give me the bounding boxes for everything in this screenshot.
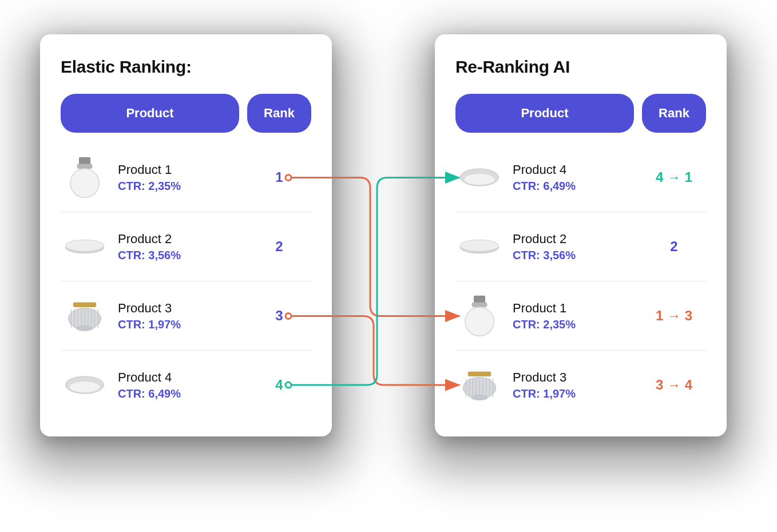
- product-name: Product 1: [118, 162, 247, 177]
- rows-left: Product 1CTR: 2,35%1Product 2CTR: 3,56%2…: [61, 143, 311, 419]
- headers-left: Product Rank: [61, 94, 311, 133]
- product-thumb: [61, 153, 109, 201]
- svg-rect-5: [73, 302, 96, 307]
- svg-point-20: [464, 173, 495, 185]
- svg-rect-1: [77, 164, 93, 168]
- product-ctr: CTR: 3,56%: [118, 249, 247, 262]
- rank-header: Rank: [247, 94, 311, 133]
- product-thumb: [455, 153, 504, 201]
- product-header: Product: [455, 94, 634, 133]
- rank-value: 1: [247, 169, 311, 185]
- rank-value: 2: [247, 239, 311, 255]
- headers-right: Product Rank: [455, 94, 706, 133]
- table-row: Product 1CTR: 2,35%1: [61, 143, 311, 212]
- table-row: Product 3CTR: 1,97%3: [61, 281, 311, 351]
- table-row: Product 1CTR: 2,35%1 → 3: [455, 281, 706, 351]
- rank-value: 3 → 4: [642, 377, 706, 393]
- svg-rect-0: [79, 157, 90, 165]
- rank-value: 1 → 3: [642, 308, 706, 324]
- elastic-ranking-title: Elastic Ranking:: [61, 57, 311, 77]
- svg-point-22: [460, 240, 498, 251]
- table-row: Product 4CTR: 6,49%4 → 1: [455, 143, 706, 212]
- product-info: Product 3CTR: 1,97%: [513, 370, 642, 400]
- svg-point-25: [465, 307, 494, 336]
- rows-right: Product 4CTR: 6,49%4 → 1Product 2CTR: 3,…: [455, 143, 706, 419]
- reranking-ai-panel: Re-Ranking AI Product Rank Product 4CTR:…: [435, 34, 727, 436]
- product-info: Product 2CTR: 3,56%: [118, 232, 247, 262]
- rank-value: 3: [247, 308, 311, 324]
- product-ctr: CTR: 6,49%: [513, 180, 642, 193]
- svg-point-37: [471, 395, 488, 400]
- svg-point-2: [70, 169, 99, 197]
- table-row: Product 2CTR: 3,56%2: [61, 212, 311, 281]
- product-info: Product 2CTR: 3,56%: [513, 232, 642, 262]
- rank-value: 2: [642, 239, 706, 255]
- product-info: Product 4CTR: 6,49%: [118, 370, 247, 400]
- product-header: Product: [61, 94, 239, 133]
- product-thumb: [455, 361, 504, 409]
- product-name: Product 4: [118, 370, 247, 385]
- table-row: Product 4CTR: 6,49%4: [61, 351, 311, 419]
- svg-rect-24: [472, 302, 487, 307]
- product-ctr: CTR: 1,97%: [513, 387, 642, 400]
- reranking-ai-title: Re-Ranking AI: [455, 57, 706, 77]
- svg-point-16: [76, 325, 93, 331]
- product-thumb: [61, 292, 109, 340]
- svg-rect-26: [468, 371, 491, 376]
- product-info: Product 3CTR: 1,97%: [118, 301, 247, 331]
- product-name: Product 4: [513, 162, 642, 177]
- product-info: Product 1CTR: 2,35%: [118, 162, 247, 193]
- product-name: Product 3: [513, 370, 642, 385]
- product-name: Product 2: [118, 232, 247, 247]
- product-name: Product 2: [513, 232, 642, 247]
- product-ctr: CTR: 2,35%: [118, 180, 247, 193]
- product-thumb: [61, 361, 109, 409]
- rank-value: 4 → 1: [642, 169, 706, 185]
- table-row: Product 3CTR: 1,97%3 → 4: [455, 351, 706, 419]
- product-thumb: [61, 223, 109, 271]
- table-row: Product 2CTR: 3,56%2: [455, 212, 706, 281]
- product-ctr: CTR: 1,97%: [118, 318, 247, 331]
- svg-point-4: [65, 240, 104, 251]
- product-info: Product 4CTR: 6,49%: [513, 162, 642, 193]
- product-thumb: [455, 292, 504, 340]
- rank-header: Rank: [642, 94, 706, 133]
- product-ctr: CTR: 2,35%: [513, 318, 642, 331]
- product-ctr: CTR: 3,56%: [513, 249, 642, 262]
- product-info: Product 1CTR: 2,35%: [513, 301, 642, 331]
- svg-point-18: [69, 381, 100, 392]
- elastic-ranking-panel: Elastic Ranking: Product Rank Product 1C…: [40, 34, 332, 436]
- product-thumb: [455, 223, 504, 271]
- rank-value: 4: [247, 377, 311, 393]
- product-name: Product 1: [513, 301, 642, 316]
- product-name: Product 3: [118, 301, 247, 316]
- product-ctr: CTR: 6,49%: [118, 387, 247, 400]
- svg-rect-23: [474, 296, 485, 303]
